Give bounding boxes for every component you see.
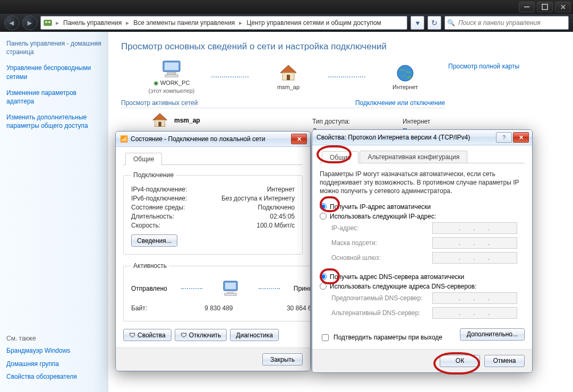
node-network[interactable]: msm_ap xyxy=(259,64,318,90)
search-input[interactable] xyxy=(457,19,566,27)
see-also-heading: См. также xyxy=(6,335,102,342)
globe-icon xyxy=(394,64,417,83)
svg-rect-9 xyxy=(287,75,290,80)
dns-pref-label: Предпочитаемый DNS-сервер: xyxy=(331,294,432,302)
svg-marker-7 xyxy=(280,65,296,73)
activity-icon xyxy=(216,278,245,299)
sidepane-link[interactable]: Управление беспроводными сетями xyxy=(6,64,102,81)
sent-bytes: 9 830 489 xyxy=(180,304,233,312)
tab-general[interactable]: Общие xyxy=(125,153,162,165)
properties-button[interactable]: 🛡Свойства xyxy=(123,329,172,341)
dropdown-button[interactable]: ▾ xyxy=(410,16,424,30)
dns-auto-radio[interactable]: Получить адрес DNS-сервера автоматически xyxy=(320,273,525,281)
advanced-button[interactable]: Дополнительно... xyxy=(460,328,525,341)
network-status-icon: 📶 xyxy=(120,135,127,143)
see-also-link[interactable]: Брандмауэр Windows xyxy=(6,346,102,355)
page-title: Просмотр основных сведений о сети и наст… xyxy=(121,41,560,52)
ip-address-label: IP-адрес: xyxy=(331,224,432,232)
sidepane-link[interactable]: Изменение параметров адаптера xyxy=(6,89,102,106)
breadcrumb-item[interactable]: Панель управления xyxy=(60,19,125,27)
map-link-line xyxy=(328,76,365,77)
dns-manual-radio[interactable]: Использовать следующие адреса DNS-сервер… xyxy=(320,283,525,290)
svg-rect-2 xyxy=(48,21,50,23)
ipv4-dialog-title: Свойства: Протокол Интернета версии 4 (T… xyxy=(317,134,470,141)
ipv4-description: Параметры IP могут назначаться автоматич… xyxy=(320,170,525,196)
ipv4-properties-dialog: Свойства: Протокол Интернета версии 4 (T… xyxy=(312,129,533,373)
cancel-button[interactable]: Отмена xyxy=(484,355,525,367)
dns-alt-label: Альтернативный DNS-сервер: xyxy=(331,309,432,317)
breadcrumb[interactable]: ▸ Панель управления ▸ Все элементы панел… xyxy=(40,16,407,30)
node-this-pc[interactable]: ◉ WORK_PC (этот компьютер) xyxy=(142,59,201,94)
ipv4-help-button[interactable]: ? xyxy=(496,132,512,143)
ipv4-close-button[interactable]: ✕ xyxy=(513,132,529,143)
maximize-button[interactable] xyxy=(537,2,553,12)
tab-alternate[interactable]: Альтернативная конфигурация xyxy=(360,151,467,163)
active-network-name: msm_ap xyxy=(174,117,200,124)
status-dialog-titlebar[interactable]: 📶 Состояние - Подключение по локальной с… xyxy=(116,132,310,147)
ipv4-dialog-titlebar[interactable]: Свойства: Протокол Интернета версии 4 (T… xyxy=(312,130,532,145)
svg-rect-15 xyxy=(225,283,236,289)
tab-general[interactable]: Общие xyxy=(322,151,358,163)
ipv4-tabstrip: Общие Альтернативная конфигурация xyxy=(320,151,525,163)
dns-alt-field: . . . xyxy=(432,307,517,319)
activity-group-legend: Активность xyxy=(131,262,169,269)
svg-rect-13 xyxy=(158,122,161,127)
diagnose-button[interactable]: Диагностика xyxy=(230,329,279,341)
validate-checkbox[interactable]: Подтвердить параметры при выходе xyxy=(320,333,442,343)
connection-group-legend: Подключение xyxy=(131,171,176,179)
close-dialog-button[interactable]: Закрыть xyxy=(262,353,303,365)
disable-button[interactable]: 🛡Отключить xyxy=(175,329,227,341)
sidepane-heading: Панель управления - домашняя страница xyxy=(6,39,102,56)
refresh-button[interactable]: ↻ xyxy=(427,16,441,30)
node-internet[interactable]: Интернет xyxy=(376,64,434,90)
see-also-link[interactable]: Свойства обозревателя xyxy=(6,372,102,381)
search-icon: 🔍 xyxy=(447,19,455,27)
ok-button[interactable]: ОК xyxy=(440,355,480,367)
status-dialog: 📶 Состояние - Подключение по локальной с… xyxy=(115,131,311,371)
subnet-mask-label: Маска подсети: xyxy=(331,239,432,247)
computer-icon xyxy=(160,59,183,79)
received-label: Принято xyxy=(294,285,311,292)
connection-group: Подключение IPv4-подключение:Интернет IP… xyxy=(123,171,303,255)
shield-icon: 🛡 xyxy=(129,332,135,339)
globe-overlay-icon: ◉ xyxy=(153,80,159,86)
status-dialog-title: Состояние - Подключение по локальной сет… xyxy=(131,135,266,143)
svg-rect-4 xyxy=(165,63,178,70)
access-type-label: Тип доступа: xyxy=(312,118,403,125)
full-map-link[interactable]: Просмотр полной карты xyxy=(448,63,519,70)
side-pane: Панель управления - домашняя страница Уп… xyxy=(0,32,108,392)
forward-button[interactable]: ► xyxy=(22,15,37,30)
close-button[interactable]: ✕ xyxy=(555,2,571,12)
search-box[interactable]: 🔍 xyxy=(444,16,569,30)
svg-point-10 xyxy=(397,65,413,81)
svg-rect-17 xyxy=(225,293,236,295)
gateway-field: . . . xyxy=(432,252,517,264)
breadcrumb-item[interactable]: Центр управления сетями и общим доступом xyxy=(243,19,384,27)
see-also-link[interactable]: Домашняя группа xyxy=(6,360,102,368)
connect-disconnect-link[interactable]: Подключение или отключение xyxy=(355,99,445,107)
svg-rect-6 xyxy=(165,75,178,77)
status-tabstrip: Общие xyxy=(123,152,303,165)
house-icon xyxy=(151,112,169,128)
back-button[interactable]: ◄ xyxy=(4,15,19,30)
svg-marker-11 xyxy=(153,114,167,120)
svg-rect-1 xyxy=(45,21,47,23)
minimize-button[interactable] xyxy=(519,2,535,12)
ip-manual-radio[interactable]: Использовать следующий IP-адрес: xyxy=(320,213,525,220)
access-type-value: Интернет xyxy=(403,118,560,125)
details-button[interactable]: Сведения... xyxy=(131,234,177,247)
status-dialog-close-button[interactable]: ✕ xyxy=(291,134,307,144)
active-networks-heading: Просмотр активных сетей xyxy=(121,99,198,107)
house-icon xyxy=(277,64,300,83)
gateway-label: Основной шлюз: xyxy=(331,254,432,262)
control-panel-icon xyxy=(43,18,53,28)
ip-auto-radio[interactable]: Получить IP-адрес автоматически xyxy=(320,203,525,211)
shield-icon: 🛡 xyxy=(181,332,187,339)
map-link-line xyxy=(211,76,249,77)
svg-rect-5 xyxy=(167,73,176,75)
window-titlebar: ✕ xyxy=(0,0,573,14)
sent-label: Отправлено xyxy=(131,285,167,292)
breadcrumb-item[interactable]: Все элементы панели управления xyxy=(130,19,238,27)
ip-address-field: . . . xyxy=(432,222,517,234)
sidepane-link[interactable]: Изменить дополнительные параметры общего… xyxy=(6,113,102,130)
